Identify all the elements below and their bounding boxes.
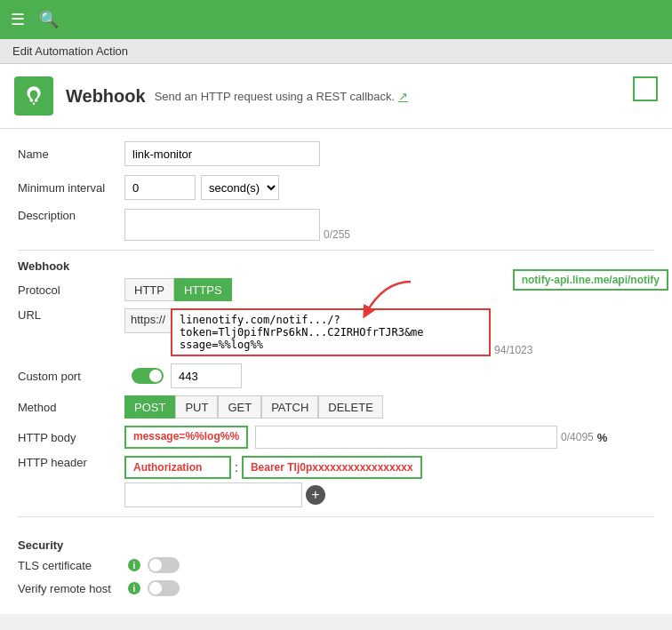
webhook-icon-box xyxy=(14,76,53,116)
http-body-value[interactable]: message=%%log%% xyxy=(124,426,248,449)
tls-info-icon[interactable]: i xyxy=(128,559,140,571)
security-section: Security TLS certificate i Verify remote… xyxy=(18,526,654,602)
name-row: Name xyxy=(18,141,654,166)
search-icon[interactable]: 🔍 xyxy=(39,10,59,29)
min-interval-row: Minimum interval second(s) xyxy=(18,175,654,200)
webhook-link[interactable]: ↗ xyxy=(398,90,408,103)
http-body-char-count: 0/4095 xyxy=(561,431,594,443)
verify-label: Verify remote host xyxy=(18,582,124,595)
webhook-header: Webhook Send an HTTP request using a RES… xyxy=(0,64,672,129)
method-delete-button[interactable]: DELETE xyxy=(318,395,383,419)
webhook-icon xyxy=(22,84,45,108)
method-patch-button[interactable]: PATCH xyxy=(261,395,318,419)
url-label: URL xyxy=(18,308,124,322)
method-get-button[interactable]: GET xyxy=(218,395,261,419)
red-arrow-icon xyxy=(357,277,420,322)
url-prefix: https:// xyxy=(124,308,171,333)
tls-toggle[interactable] xyxy=(148,557,180,573)
protocol-label: Protocol xyxy=(18,283,124,297)
method-post-button[interactable]: POST xyxy=(124,395,175,419)
description-label: Description xyxy=(18,209,124,222)
url-char-count: 94/1023 xyxy=(494,344,532,356)
interval-unit-select[interactable]: second(s) xyxy=(201,175,279,200)
http-header-row: HTTP header Authorization : Bearer Tlj0p… xyxy=(18,456,654,479)
webhook-title: Webhook xyxy=(66,86,146,107)
description-row: Description 0/255 xyxy=(18,209,654,241)
protocol-https-button[interactable]: HTTPS xyxy=(174,278,232,301)
http-header-key[interactable]: Authorization xyxy=(124,456,231,479)
menu-icon[interactable]: ☰ xyxy=(11,10,25,29)
http-header-value[interactable]: Bearer Tlj0pxxxxxxxxxxxxxxxxx xyxy=(242,456,422,479)
custom-port-row: Custom port xyxy=(18,363,654,388)
add-header-row: + xyxy=(124,482,654,507)
top-bar: ☰ 🔍 xyxy=(0,0,672,39)
notify-tooltip: notify-api.line.me/api/notify xyxy=(513,269,668,291)
edit-header: Edit Automation Action xyxy=(0,39,672,64)
method-row: Method POST PUT GET PATCH DELETE xyxy=(18,395,654,419)
security-label: Security xyxy=(18,538,654,552)
verify-toggle[interactable] xyxy=(148,580,180,596)
url-row: URL https:// linenotify.com/notif.../? t… xyxy=(18,308,654,356)
custom-port-toggle[interactable] xyxy=(132,368,164,384)
custom-port-input[interactable] xyxy=(171,363,242,388)
description-char-count: 0/255 xyxy=(324,228,350,241)
http-body-percent: % xyxy=(597,431,608,444)
name-input[interactable] xyxy=(124,141,320,166)
edit-header-label: Edit Automation Action xyxy=(12,44,128,58)
form-area: Name Minimum interval second(s) Descript… xyxy=(0,129,672,614)
http-body-label: HTTP body xyxy=(18,431,124,444)
http-body-extra-input[interactable] xyxy=(255,426,557,449)
protocol-http-button[interactable]: HTTP xyxy=(124,278,174,301)
description-input[interactable] xyxy=(124,209,320,241)
http-body-row: HTTP body message=%%log%% 0/4095 % xyxy=(18,426,654,449)
add-header-button[interactable]: + xyxy=(306,485,325,505)
verify-row: Verify remote host i xyxy=(18,580,654,596)
webhook-description: Send an HTTP request using a REST callba… xyxy=(155,90,408,103)
http-header-label: HTTP header xyxy=(18,456,124,469)
min-interval-input[interactable] xyxy=(124,175,196,200)
verify-info-icon[interactable]: i xyxy=(128,582,140,594)
min-interval-label: Minimum interval xyxy=(18,181,124,195)
header-colon: : xyxy=(235,460,238,474)
http-body-char-area: 0/4095 % xyxy=(252,426,607,449)
tls-row: TLS certificate i xyxy=(18,557,654,573)
url-input[interactable]: linenotify.com/notif.../? token=Tlj0pifN… xyxy=(171,308,491,356)
expand-button[interactable] xyxy=(633,76,658,101)
method-put-button[interactable]: PUT xyxy=(175,395,218,419)
custom-port-label: Custom port xyxy=(18,370,124,383)
name-label: Name xyxy=(18,148,124,161)
header-key-input[interactable] xyxy=(124,482,302,507)
tls-label: TLS certificate xyxy=(18,559,124,572)
method-label: Method xyxy=(18,401,124,414)
